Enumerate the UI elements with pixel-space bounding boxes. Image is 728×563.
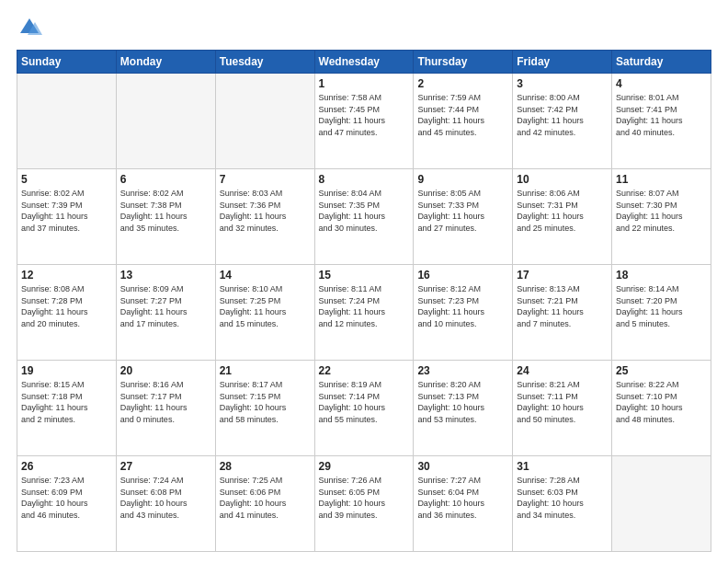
day-info: Sunrise: 8:00 AM Sunset: 7:42 PM Dayligh… (517, 92, 608, 138)
day-number: 14 (220, 269, 311, 282)
weekday-header-tuesday: Tuesday (215, 51, 314, 74)
day-number: 23 (417, 364, 508, 377)
calendar-cell: 18Sunrise: 8:14 AM Sunset: 7:20 PM Dayli… (612, 265, 711, 361)
calendar-cell: 28Sunrise: 7:25 AM Sunset: 6:06 PM Dayli… (215, 456, 314, 552)
day-number: 11 (616, 173, 707, 186)
day-number: 22 (319, 364, 410, 377)
calendar-cell: 5Sunrise: 8:02 AM Sunset: 7:39 PM Daylig… (17, 169, 117, 265)
calendar-cell: 27Sunrise: 7:24 AM Sunset: 6:08 PM Dayli… (116, 456, 215, 552)
weekday-header-sunday: Sunday (17, 51, 117, 74)
day-info: Sunrise: 8:12 AM Sunset: 7:23 PM Dayligh… (417, 283, 508, 329)
calendar-cell: 15Sunrise: 8:11 AM Sunset: 7:24 PM Dayli… (314, 265, 414, 361)
day-info: Sunrise: 8:14 AM Sunset: 7:20 PM Dayligh… (616, 283, 707, 329)
calendar-cell: 26Sunrise: 7:23 AM Sunset: 6:09 PM Dayli… (17, 456, 117, 552)
calendar-cell: 8Sunrise: 8:04 AM Sunset: 7:35 PM Daylig… (314, 169, 414, 265)
day-number: 28 (220, 460, 311, 473)
day-info: Sunrise: 8:02 AM Sunset: 7:38 PM Dayligh… (120, 188, 211, 234)
calendar-cell: 7Sunrise: 8:03 AM Sunset: 7:36 PM Daylig… (215, 169, 314, 265)
day-number: 12 (21, 269, 112, 282)
day-info: Sunrise: 7:27 AM Sunset: 6:04 PM Dayligh… (417, 475, 508, 521)
calendar-cell: 17Sunrise: 8:13 AM Sunset: 7:21 PM Dayli… (513, 265, 612, 361)
day-info: Sunrise: 8:17 AM Sunset: 7:15 PM Dayligh… (220, 379, 311, 425)
calendar-cell: 3Sunrise: 8:00 AM Sunset: 7:42 PM Daylig… (513, 74, 612, 169)
calendar-cell: 23Sunrise: 8:20 AM Sunset: 7:13 PM Dayli… (414, 361, 513, 456)
day-number: 13 (120, 269, 211, 282)
day-info: Sunrise: 8:05 AM Sunset: 7:33 PM Dayligh… (417, 188, 508, 234)
day-number: 2 (417, 77, 508, 90)
calendar-cell: 2Sunrise: 7:59 AM Sunset: 7:44 PM Daylig… (414, 74, 513, 169)
calendar-cell: 29Sunrise: 7:26 AM Sunset: 6:05 PM Dayli… (314, 456, 414, 552)
day-number: 7 (220, 173, 311, 186)
day-info: Sunrise: 8:22 AM Sunset: 7:10 PM Dayligh… (616, 379, 707, 425)
day-number: 24 (517, 364, 608, 377)
day-info: Sunrise: 7:26 AM Sunset: 6:05 PM Dayligh… (319, 475, 410, 521)
day-number: 16 (417, 269, 508, 282)
calendar-cell: 31Sunrise: 7:28 AM Sunset: 6:03 PM Dayli… (513, 456, 612, 552)
day-number: 3 (517, 77, 608, 90)
calendar-cell: 12Sunrise: 8:08 AM Sunset: 7:28 PM Dayli… (17, 265, 117, 361)
day-info: Sunrise: 8:08 AM Sunset: 7:28 PM Dayligh… (21, 283, 112, 329)
day-info: Sunrise: 7:58 AM Sunset: 7:45 PM Dayligh… (319, 92, 410, 138)
day-number: 17 (517, 269, 608, 282)
day-info: Sunrise: 8:10 AM Sunset: 7:25 PM Dayligh… (220, 283, 311, 329)
day-number: 5 (21, 173, 112, 186)
week-row-5: 26Sunrise: 7:23 AM Sunset: 6:09 PM Dayli… (17, 456, 711, 552)
day-info: Sunrise: 7:24 AM Sunset: 6:08 PM Dayligh… (120, 475, 211, 521)
day-info: Sunrise: 8:02 AM Sunset: 7:39 PM Dayligh… (21, 188, 112, 234)
day-info: Sunrise: 8:20 AM Sunset: 7:13 PM Dayligh… (417, 379, 508, 425)
day-info: Sunrise: 8:09 AM Sunset: 7:27 PM Dayligh… (120, 283, 211, 329)
day-info: Sunrise: 8:13 AM Sunset: 7:21 PM Dayligh… (517, 283, 608, 329)
day-info: Sunrise: 8:06 AM Sunset: 7:31 PM Dayligh… (517, 188, 608, 234)
calendar-table: SundayMondayTuesdayWednesdayThursdayFrid… (17, 50, 711, 552)
calendar-cell: 10Sunrise: 8:06 AM Sunset: 7:31 PM Dayli… (513, 169, 612, 265)
calendar-cell: 24Sunrise: 8:21 AM Sunset: 7:11 PM Dayli… (513, 361, 612, 456)
day-number: 27 (120, 460, 211, 473)
page-container: SundayMondayTuesdayWednesdayThursdayFrid… (0, 0, 728, 563)
day-number: 9 (417, 173, 508, 186)
weekday-header-saturday: Saturday (612, 51, 711, 74)
calendar-cell: 16Sunrise: 8:12 AM Sunset: 7:23 PM Dayli… (414, 265, 513, 361)
day-info: Sunrise: 7:23 AM Sunset: 6:09 PM Dayligh… (21, 475, 112, 521)
day-info: Sunrise: 8:16 AM Sunset: 7:17 PM Dayligh… (120, 379, 211, 425)
calendar-cell: 11Sunrise: 8:07 AM Sunset: 7:30 PM Dayli… (612, 169, 711, 265)
day-number: 25 (616, 364, 707, 377)
calendar-cell: 6Sunrise: 8:02 AM Sunset: 7:38 PM Daylig… (116, 169, 215, 265)
day-number: 4 (616, 77, 707, 90)
weekday-header-thursday: Thursday (414, 51, 513, 74)
calendar-cell: 1Sunrise: 7:58 AM Sunset: 7:45 PM Daylig… (314, 74, 414, 169)
calendar-cell: 13Sunrise: 8:09 AM Sunset: 7:27 PM Dayli… (116, 265, 215, 361)
calendar-cell: 21Sunrise: 8:17 AM Sunset: 7:15 PM Dayli… (215, 361, 314, 456)
calendar-cell (612, 456, 711, 552)
day-info: Sunrise: 7:59 AM Sunset: 7:44 PM Dayligh… (417, 92, 508, 138)
calendar-cell: 14Sunrise: 8:10 AM Sunset: 7:25 PM Dayli… (215, 265, 314, 361)
day-number: 26 (21, 460, 112, 473)
calendar-cell: 9Sunrise: 8:05 AM Sunset: 7:33 PM Daylig… (414, 169, 513, 265)
day-number: 31 (517, 460, 608, 473)
logo-icon (17, 15, 42, 40)
weekday-header-friday: Friday (513, 51, 612, 74)
day-info: Sunrise: 8:15 AM Sunset: 7:18 PM Dayligh… (21, 379, 112, 425)
day-number: 21 (220, 364, 311, 377)
week-row-1: 1Sunrise: 7:58 AM Sunset: 7:45 PM Daylig… (17, 74, 711, 169)
day-number: 1 (319, 77, 410, 90)
day-number: 8 (319, 173, 410, 186)
day-info: Sunrise: 8:01 AM Sunset: 7:41 PM Dayligh… (616, 92, 707, 138)
calendar-cell (116, 74, 215, 169)
day-info: Sunrise: 8:19 AM Sunset: 7:14 PM Dayligh… (319, 379, 410, 425)
calendar-cell (17, 74, 117, 169)
day-info: Sunrise: 8:21 AM Sunset: 7:11 PM Dayligh… (517, 379, 608, 425)
weekday-header-wednesday: Wednesday (314, 51, 414, 74)
day-info: Sunrise: 8:11 AM Sunset: 7:24 PM Dayligh… (319, 283, 410, 329)
calendar-cell: 20Sunrise: 8:16 AM Sunset: 7:17 PM Dayli… (116, 361, 215, 456)
calendar-cell: 19Sunrise: 8:15 AM Sunset: 7:18 PM Dayli… (17, 361, 117, 456)
day-number: 19 (21, 364, 112, 377)
day-info: Sunrise: 7:28 AM Sunset: 6:03 PM Dayligh… (517, 475, 608, 521)
weekday-header-monday: Monday (116, 51, 215, 74)
day-number: 18 (616, 269, 707, 282)
day-number: 30 (417, 460, 508, 473)
calendar-cell: 25Sunrise: 8:22 AM Sunset: 7:10 PM Dayli… (612, 361, 711, 456)
weekday-header-row: SundayMondayTuesdayWednesdayThursdayFrid… (17, 51, 711, 74)
day-info: Sunrise: 8:04 AM Sunset: 7:35 PM Dayligh… (319, 188, 410, 234)
calendar-cell (215, 74, 314, 169)
logo (17, 15, 46, 40)
